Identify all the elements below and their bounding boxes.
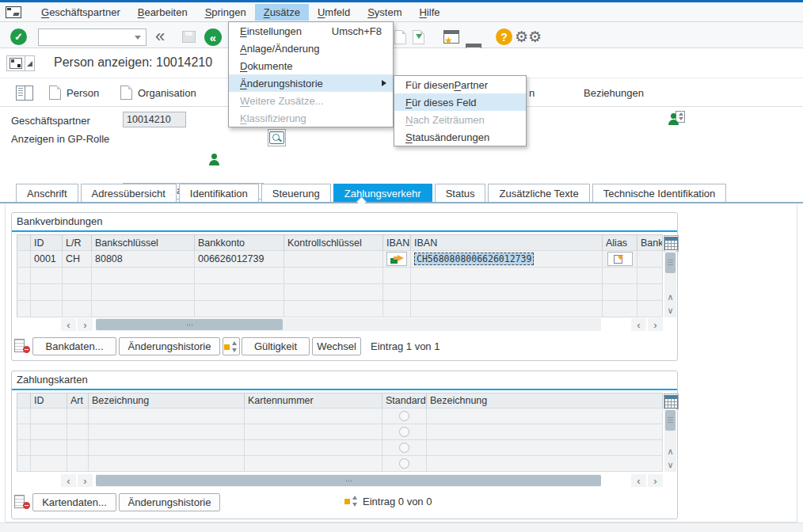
cards-col-id-1[interactable]: ID: [31, 393, 67, 408]
standard-radio[interactable]: [399, 411, 409, 421]
tab-status[interactable]: Status: [435, 184, 486, 203]
clipped-button-label[interactable]: n: [529, 87, 535, 99]
system-window-icon[interactable]: [6, 6, 21, 18]
cards-sort-icon[interactable]: [344, 495, 359, 507]
bank-hscroll-right[interactable]: ›: [78, 318, 93, 331]
locator-toggle-icon[interactable]: [16, 86, 33, 101]
tab-adressübersicht[interactable]: Adressübersicht: [81, 184, 177, 203]
bank-delete-row-icon[interactable]: [14, 339, 30, 353]
help-icon[interactable]: ?: [496, 28, 512, 45]
bank-table-settings-button[interactable]: [664, 235, 679, 252]
kartendaten-button[interactable]: Kartendaten...: [32, 493, 116, 511]
bank-col-id-1[interactable]: ID: [31, 234, 63, 251]
new-session-icon[interactable]: ★: [443, 30, 459, 44]
iban-transfer-button[interactable]: [386, 252, 407, 266]
scroll-up-icon[interactable]: ∧: [664, 445, 676, 458]
bank-col-kontrollschlüssel-5[interactable]: Kontrollschlüssel: [284, 234, 383, 251]
bank-col-bankschlüssel-3[interactable]: Bankschlüssel: [92, 234, 195, 251]
person-button[interactable]: Person: [49, 86, 99, 100]
scroll-down-icon[interactable]: ∨: [664, 304, 676, 317]
menu-item-einstellungen[interactable]: EinstellungenUmsch+F8: [229, 22, 393, 40]
print-icon[interactable]: [394, 30, 406, 44]
tab-steuerung[interactable]: Steuerung: [261, 184, 331, 203]
submenu-item-statusänderungen[interactable]: Statusänderungen: [394, 128, 526, 146]
cards-hscroll-left2[interactable]: ‹: [631, 474, 646, 487]
cards-hscroll-thumb[interactable]: [96, 475, 601, 486]
cards-hscroll-left[interactable]: ‹: [61, 474, 76, 487]
standard-radio[interactable]: [399, 443, 409, 453]
standard-radio[interactable]: [399, 458, 409, 469]
cards-aenderungshistorie-button[interactable]: Änderungshistorie: [119, 493, 220, 511]
menu-item-weitere-zusätze[interactable]: Weitere Zusätze...: [229, 92, 393, 109]
cards-col-bezeichnung-3[interactable]: Bezeichnung: [89, 393, 245, 408]
wechsel-button[interactable]: Wechsel: [312, 337, 361, 355]
submenu-item-für-dieses-feld[interactable]: Für dieses Feld: [394, 93, 526, 111]
bank-vscrollbar[interactable]: ∧ ∨: [664, 251, 676, 317]
bank-col-l-r-2[interactable]: L/R: [63, 234, 92, 251]
title-menu-button[interactable]: [6, 55, 25, 71]
menubar-item-umfeld[interactable]: Umfeld: [309, 4, 359, 21]
menubar-item-hilfe[interactable]: Hilfe: [410, 4, 448, 21]
role-detail-button[interactable]: [268, 129, 286, 146]
tab-technische-identifikation[interactable]: Technische Identifikation: [592, 184, 727, 203]
bank-hscroll-left[interactable]: ‹: [61, 318, 76, 331]
cards-vscroll-thumb[interactable]: [665, 410, 676, 431]
exit-icon[interactable]: «: [204, 28, 222, 46]
bank-hscroll-right2[interactable]: ›: [648, 318, 663, 331]
save-icon[interactable]: [182, 31, 196, 43]
bank-col-alias-8[interactable]: Alias: [603, 234, 637, 251]
bank-cell-0001[interactable]: 0001: [31, 251, 63, 268]
bank-cell-80808[interactable]: 80808: [92, 251, 195, 268]
organisation-button[interactable]: Organisation: [120, 86, 196, 100]
menu-item-anlage-änderung[interactable]: Anlage/Änderung: [229, 40, 393, 57]
download-icon[interactable]: [413, 30, 424, 44]
menubar-item-zusätze[interactable]: Zusätze: [255, 4, 309, 21]
partner-field-value[interactable]: 10014210: [123, 112, 186, 127]
bank-aenderungshistorie-button[interactable]: Änderungshistorie: [119, 337, 220, 355]
menubar-item-springen[interactable]: Springen: [196, 4, 255, 21]
submenu-item-für-diesen-partner[interactable]: Für diesen Partner: [394, 76, 526, 93]
tab-zusätzliche-texte[interactable]: Zusätzliche Texte: [488, 184, 589, 203]
cards-col-standard-5[interactable]: Standard: [382, 393, 427, 408]
bank-col-iban-6[interactable]: IBAN: [383, 234, 411, 251]
menubar-item-geschäftspartner[interactable]: Geschäftspartner: [32, 4, 129, 21]
cards-delete-row-icon[interactable]: [14, 495, 30, 509]
bank-cell-006626012739[interactable]: 006626012739: [195, 251, 284, 268]
bank-hscroll-left2[interactable]: ‹: [631, 318, 646, 331]
cards-hscroll-right2[interactable]: ›: [648, 474, 663, 487]
menu-item-änderungshistorie[interactable]: Änderungshistorie: [229, 74, 393, 92]
enter-check-icon[interactable]: ✓: [10, 28, 27, 45]
bank-col-bankkonto-4[interactable]: Bankkonto: [195, 234, 284, 251]
alias-open-button[interactable]: [607, 252, 633, 266]
scroll-down-icon[interactable]: ∨: [664, 458, 676, 471]
menubar-item-system[interactable]: System: [359, 4, 410, 21]
bank-hscroll-track[interactable]: [96, 318, 601, 331]
bank-vscroll-thumb[interactable]: [665, 253, 676, 273]
bank-col-iban-7[interactable]: IBAN: [411, 234, 603, 251]
tab-anschrift[interactable]: Anschrift: [16, 184, 78, 203]
tab-identifikation[interactable]: Identifikation: [179, 184, 259, 203]
menubar-item-bearbeiten[interactable]: Bearbeiten: [129, 4, 196, 21]
bank-col-bank-9[interactable]: Bank: [637, 234, 663, 251]
cards-table-settings-button[interactable]: [664, 393, 679, 409]
back-icon[interactable]: «: [155, 26, 163, 47]
cards-hscroll-right[interactable]: ›: [78, 474, 93, 487]
bank-cell-ch[interactable]: CH: [63, 251, 92, 268]
menu-item-dokumente[interactable]: Dokumente: [229, 57, 393, 74]
command-field[interactable]: [38, 28, 147, 46]
cards-col-art-2[interactable]: Art: [67, 393, 89, 408]
iban-value-selected[interactable]: CH5680808006626012739: [414, 253, 534, 265]
beziehungen-button[interactable]: Beziehungen: [584, 87, 644, 99]
scroll-up-icon[interactable]: ∧: [664, 291, 676, 303]
bank-sort-button[interactable]: [223, 337, 240, 355]
cards-vscrollbar[interactable]: ∧ ∨: [664, 408, 676, 472]
bankdaten-button[interactable]: Bankdaten...: [32, 337, 116, 355]
standard-radio[interactable]: [399, 427, 409, 437]
menu-item-klassifizierung[interactable]: Klassifizierung: [229, 109, 393, 127]
bank-hscroll-thumb[interactable]: [96, 319, 283, 330]
gueltigkeit-button[interactable]: Gültigkeit: [242, 337, 310, 355]
cards-hscroll-track[interactable]: [96, 474, 601, 487]
cards-col-bezeichnung-6[interactable]: Bezeichnung: [427, 393, 663, 408]
title-menu-dropdown-button[interactable]: [25, 55, 35, 71]
switch-partner-icon[interactable]: [668, 111, 685, 125]
